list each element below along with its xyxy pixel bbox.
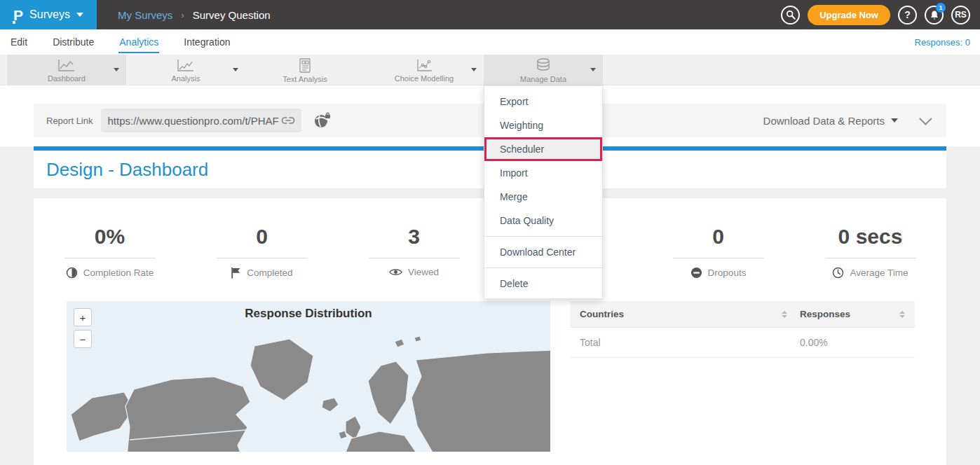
menu-item-merge[interactable]: Merge [484, 185, 602, 209]
stat-label: Average Time [850, 268, 908, 278]
surveys-menu-button[interactable]: P Surveys [0, 0, 97, 29]
top-bar: P Surveys My Surveys › Survey Question U… [0, 0, 980, 29]
surveys-menu-label: Surveys [29, 8, 70, 21]
line-chart-icon [175, 58, 196, 74]
col-header-responses[interactable]: Responses [800, 309, 850, 319]
survey-nav: Edit Distribute Analytics Integration Re… [0, 29, 980, 55]
stat-value: 0% [34, 225, 186, 249]
avatar[interactable]: RS [951, 6, 970, 25]
cell-country: Total [580, 337, 601, 348]
map-zoom-in-button[interactable]: + [74, 308, 92, 326]
database-icon [534, 57, 552, 74]
table-header-row: Countries Responses [570, 301, 915, 328]
stat-value: 0 [186, 225, 338, 249]
stat-value: 0 secs [794, 225, 946, 249]
sort-icon[interactable] [899, 311, 905, 318]
breadcrumb-separator-icon: › [181, 10, 184, 20]
tab-analysis[interactable]: Analysis [126, 55, 245, 85]
divider [64, 258, 156, 258]
divider [217, 258, 308, 258]
tab-label: Text Analysis [283, 75, 327, 83]
content-row: Response Distribution + − [34, 301, 946, 452]
link-icon[interactable] [281, 116, 295, 125]
search-button[interactable] [781, 6, 800, 25]
help-button[interactable]: ? [898, 6, 917, 25]
line-chart-icon [56, 58, 77, 74]
divider [673, 258, 764, 258]
menu-item-download-center[interactable]: Download Center [484, 240, 602, 264]
completion-rate-icon [66, 267, 78, 279]
clock-icon [832, 267, 844, 279]
topbar-actions: Upgrade Now ? 1 RS [781, 5, 970, 25]
sort-icon[interactable] [782, 311, 787, 318]
report-privacy-button[interactable] [313, 112, 332, 129]
tab-dashboard[interactable]: Dashboard [7, 55, 126, 85]
responses-count: Responses: 0 [915, 37, 971, 48]
analytics-toolbar: Dashboard Analysis Text Analysis Choice … [0, 55, 980, 85]
stat-label: Completed [247, 268, 292, 278]
menu-item-scheduler[interactable]: Scheduler [484, 137, 602, 161]
download-data-reports-button[interactable]: Download Data & Reports [763, 115, 898, 127]
stat-value: 3 [338, 225, 490, 249]
menu-item-export[interactable]: Export [484, 90, 602, 113]
breadcrumb-current: Survey Question [193, 9, 271, 21]
map-zoom-out-button[interactable]: − [74, 330, 92, 348]
tab-label: Manage Data [520, 75, 566, 83]
stat-value: 0 [642, 225, 794, 249]
divider [825, 258, 916, 258]
tab-manage-data[interactable]: Manage Data [484, 55, 603, 85]
divider [484, 236, 602, 237]
upgrade-now-button[interactable]: Upgrade Now [808, 5, 890, 25]
breadcrumb: My Surveys › Survey Question [118, 9, 271, 21]
world-map [67, 322, 550, 452]
divider [369, 258, 460, 258]
report-link-input[interactable] [107, 115, 281, 127]
chevron-down-icon [891, 118, 898, 123]
stat-label: Dropouts [708, 268, 747, 278]
menu-item-data-quality[interactable]: Data Quality [484, 209, 602, 233]
notifications-button[interactable]: 1 [925, 6, 944, 25]
cell-responses: 0.00% [800, 337, 828, 348]
document-grid-icon [297, 57, 313, 74]
breadcrumb-my-surveys[interactable]: My Surveys [118, 9, 172, 21]
globe-lock-icon [313, 112, 332, 129]
menu-item-import[interactable]: Import [484, 161, 602, 185]
countries-table: Countries Responses Total 0.00% [570, 301, 915, 452]
stat-label: Completion Rate [83, 268, 154, 278]
dropouts-icon [690, 267, 702, 279]
menu-item-weighting[interactable]: Weighting [484, 113, 602, 137]
nav-item-analytics[interactable]: Analytics [118, 31, 159, 53]
col-header-countries[interactable]: Countries [580, 309, 624, 319]
divider [484, 268, 602, 268]
stat-label: Viewed [408, 267, 439, 277]
tab-text-analysis[interactable]: Text Analysis [245, 55, 365, 85]
tab-choice-modelling[interactable]: Choice Modelling [365, 55, 484, 85]
chevron-down-icon [233, 68, 238, 71]
map-title: Response Distribution [67, 307, 550, 321]
nav-item-distribute[interactable]: Distribute [52, 31, 95, 53]
collapse-panel-chevron-icon[interactable] [919, 112, 932, 125]
chevron-down-icon [76, 13, 83, 17]
tab-label: Choice Modelling [395, 74, 454, 83]
chevron-down-icon [471, 68, 477, 71]
nav-item-integration[interactable]: Integration [183, 31, 231, 53]
avatar-initials: RS [955, 10, 967, 20]
scatter-chart-icon [414, 58, 435, 74]
chevron-down-icon [590, 68, 596, 71]
menu-item-delete[interactable]: Delete [484, 272, 602, 296]
help-icon: ? [904, 9, 911, 20]
table-row: Total 0.00% [570, 328, 915, 358]
tab-label: Analysis [172, 74, 200, 83]
report-link-label: Report Link [46, 116, 93, 126]
tab-label: Dashboard [48, 74, 86, 83]
eye-icon [389, 268, 402, 277]
response-distribution-map[interactable]: Response Distribution + − [67, 301, 550, 452]
map-zoom-controls: + − [74, 308, 92, 348]
stat-average-time: 0 secs Average Time [794, 225, 946, 279]
search-icon [786, 10, 796, 20]
nav-item-edit[interactable]: Edit [10, 31, 28, 53]
questionpro-logo: P [13, 8, 23, 22]
stat-viewed: 3 Viewed [338, 225, 490, 279]
stat-dropouts: 0 Dropouts [642, 225, 794, 279]
flag-icon [231, 267, 241, 279]
